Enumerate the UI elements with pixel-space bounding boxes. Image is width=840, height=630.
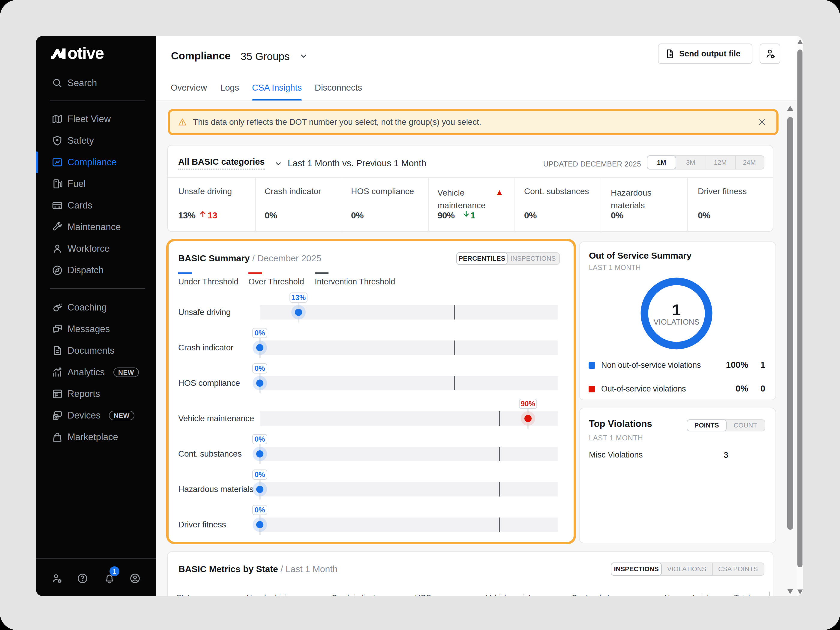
svg-text:otive: otive — [68, 44, 104, 61]
